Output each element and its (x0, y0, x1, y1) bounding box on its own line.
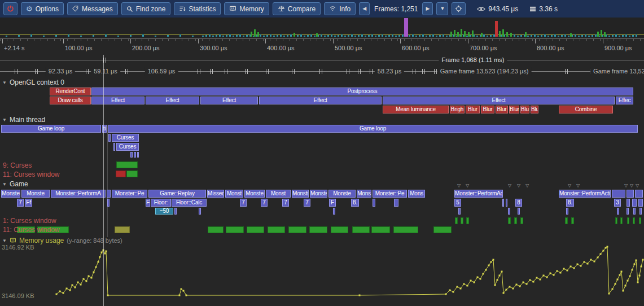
zone-bar[interactable]: 8. (566, 199, 574, 207)
zone-bar[interactable]: Monst (225, 190, 243, 198)
frame-label[interactable]: Game frame 13,523 (194.23 μs) (437, 67, 532, 76)
lock-bar[interactable] (466, 217, 469, 224)
frame-label[interactable]: 58.23 μs (375, 67, 404, 76)
zone-bar[interactable]: Monster::PerformAction (454, 190, 503, 198)
zone-bar[interactable]: Missed (207, 190, 224, 198)
zone-bar[interactable]: Monster::Pe (373, 190, 407, 198)
lock-bar[interactable] (433, 226, 452, 233)
message-marker-icon[interactable]: ▽ (624, 183, 628, 188)
messages-button[interactable]: Messages (67, 2, 118, 15)
zone-bar[interactable] (113, 143, 115, 151)
zone-bar[interactable]: 7 (17, 199, 24, 207)
zone-bar[interactable]: 8 (515, 199, 522, 207)
zone-bar[interactable]: 7 (282, 199, 289, 207)
lock-bar[interactable] (633, 217, 635, 224)
zone-bar[interactable] (635, 190, 643, 198)
zone-bar[interactable] (633, 208, 636, 215)
frame-band-main[interactable]: Frame 1,068 (1.11 ms) (0, 55, 644, 65)
zone-bar[interactable]: Monste (310, 190, 327, 198)
zone-bar[interactable] (632, 199, 637, 207)
zone-bar[interactable] (638, 199, 643, 207)
zone-bar[interactable]: Effect (146, 97, 199, 104)
lock-label[interactable]: 11: Curses window (3, 171, 60, 178)
zone-bar[interactable] (107, 199, 109, 207)
zone-bar[interactable]: RenderCont (50, 88, 91, 95)
prev-frame-button[interactable]: ◀ (359, 2, 370, 15)
focus-frame-button[interactable] (452, 2, 466, 15)
compare-button[interactable]: Compare (273, 2, 321, 15)
lock-bar[interactable] (247, 226, 264, 233)
next-frame-button[interactable]: ▶ (422, 2, 433, 15)
zone-bar[interactable]: Mons (357, 190, 371, 198)
lock-bar[interactable] (393, 226, 418, 233)
zone-bar[interactable]: Brigh (450, 106, 465, 113)
zone-bar[interactable]: Effect (383, 97, 615, 104)
zone-bar[interactable]: 5 (454, 199, 461, 207)
zone-bar[interactable]: Effect (259, 97, 382, 104)
zone-bar[interactable] (134, 152, 136, 158)
zone-bar[interactable]: F (329, 199, 336, 207)
message-marker-icon[interactable]: ▽ (568, 183, 571, 188)
frame-overview-strip[interactable] (0, 18, 644, 38)
message-marker-icon[interactable]: ▽ (517, 183, 520, 188)
frame-band-game[interactable]: 92.33 μs59.11 μs106.59 μs58.23 μsGame fr… (0, 66, 644, 77)
message-marker-icon[interactable]: ▽ (508, 183, 511, 188)
lock-label[interactable]: 11: Curses window (3, 226, 60, 233)
frame-label[interactable]: 92.33 μs (46, 67, 75, 76)
lock-bar[interactable] (116, 171, 126, 177)
zone-bar[interactable] (627, 199, 630, 207)
zone-bar[interactable] (373, 199, 375, 207)
lock-bar[interactable] (639, 217, 641, 224)
lock-bar[interactable] (371, 226, 390, 233)
lock-bar[interactable] (455, 217, 458, 224)
zone-bar[interactable]: F (146, 199, 150, 207)
lock-bar[interactable] (571, 217, 574, 224)
zone-bar[interactable]: Blur (509, 106, 519, 113)
zone-bar[interactable] (458, 208, 461, 215)
zone-bar[interactable] (508, 208, 510, 215)
lock-bar[interactable] (331, 226, 348, 233)
zone-bar[interactable] (518, 208, 520, 215)
zone-bar[interactable] (130, 152, 133, 158)
zone-bar[interactable]: Blur (481, 106, 494, 113)
zone-bar[interactable]: Monster::Pe (112, 190, 147, 198)
zone-bar[interactable]: 7 (240, 199, 247, 207)
lock-bar[interactable] (514, 217, 517, 224)
zone-bar[interactable]: Mean luminance (383, 106, 449, 113)
zone-bar[interactable] (627, 190, 634, 198)
frame-label[interactable]: Frame 1,068 (1.11 ms) (439, 56, 507, 64)
zone-bar[interactable]: Game loop (1, 125, 101, 133)
lock-bar[interactable] (565, 217, 568, 224)
zone-bar[interactable]: 7 (304, 199, 310, 207)
zone-bar[interactable]: Floor::Calc (172, 199, 207, 207)
message-marker-icon[interactable]: ▽ (630, 183, 633, 188)
zone-bar[interactable]: Floor: (151, 199, 171, 207)
lock-bar[interactable] (461, 217, 463, 224)
zone-bar[interactable]: Blur (531, 106, 538, 113)
section-header-game[interactable]: ▼ Game (2, 180, 28, 188)
frame-select-button[interactable]: ▼ (436, 2, 448, 15)
section-header-memory[interactable]: ▼ Memory usage (y-range: 848 bytes) (2, 237, 122, 244)
lock-bar[interactable] (627, 217, 629, 224)
zone-bar[interactable] (137, 152, 139, 158)
lock-bar[interactable] (268, 226, 285, 233)
zone-bar[interactable]: Postprocess (91, 88, 633, 95)
zone-bar[interactable]: Curses (112, 134, 139, 142)
zone-bar[interactable] (199, 208, 201, 215)
zone-bar[interactable]: Blur (520, 106, 529, 113)
options-button[interactable]: ⚙ Options (21, 2, 64, 15)
lock-bar[interactable] (115, 226, 130, 233)
lock-label[interactable]: 9: Curses (3, 162, 32, 169)
zone-bar[interactable]: Monster::PerformA (51, 190, 106, 198)
zone-bar[interactable]: Effect (200, 97, 258, 104)
zone-bar[interactable]: Ff (25, 199, 32, 207)
lock-bar[interactable] (309, 226, 327, 233)
lock-bar[interactable] (615, 217, 617, 224)
lock-bar[interactable] (352, 226, 370, 233)
lock-bar[interactable] (620, 217, 623, 224)
zone-bar[interactable] (394, 199, 398, 207)
zone-bar[interactable]: Blur (496, 106, 508, 113)
lock-bar[interactable] (288, 226, 306, 233)
zone-bar[interactable]: 7 (261, 199, 268, 207)
lock-bar[interactable] (116, 161, 138, 168)
